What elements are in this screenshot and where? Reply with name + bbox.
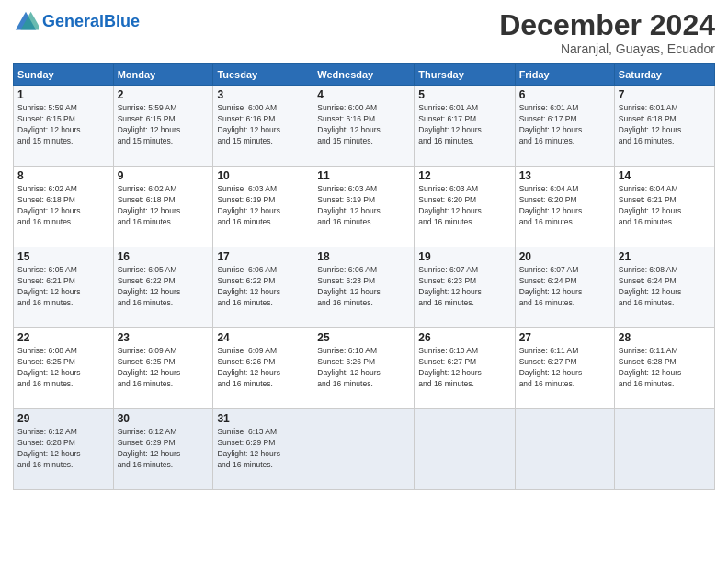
table-row: 12 Sunrise: 6:03 AMSunset: 6:20 PMDaylig… bbox=[415, 167, 515, 247]
day-number: 13 bbox=[519, 169, 610, 182]
day-info: Sunrise: 6:08 AMSunset: 6:24 PMDaylight:… bbox=[619, 265, 711, 309]
calendar-header-row: Sunday Monday Tuesday Wednesday Thursday… bbox=[14, 64, 715, 86]
table-row bbox=[415, 409, 515, 490]
day-info: Sunrise: 6:10 AMSunset: 6:27 PMDaylight:… bbox=[418, 346, 510, 390]
table-row: 24 Sunrise: 6:09 AMSunset: 6:26 PMDaylig… bbox=[213, 328, 313, 409]
col-thursday: Thursday bbox=[415, 64, 515, 86]
calendar-week-row: 29 Sunrise: 6:12 AMSunset: 6:28 PMDaylig… bbox=[14, 409, 715, 490]
day-info: Sunrise: 6:03 AMSunset: 6:20 PMDaylight:… bbox=[418, 184, 510, 228]
logo-icon bbox=[13, 9, 39, 35]
table-row: 4 Sunrise: 6:00 AMSunset: 6:16 PMDayligh… bbox=[313, 86, 415, 167]
table-row: 19 Sunrise: 6:07 AMSunset: 6:23 PMDaylig… bbox=[415, 247, 515, 328]
table-row: 6 Sunrise: 6:01 AMSunset: 6:17 PMDayligh… bbox=[515, 86, 614, 167]
day-number: 25 bbox=[317, 331, 410, 344]
day-info: Sunrise: 5:59 AMSunset: 6:15 PMDaylight:… bbox=[118, 103, 210, 147]
col-saturday: Saturday bbox=[614, 64, 714, 86]
table-row: 22 Sunrise: 6:08 AMSunset: 6:25 PMDaylig… bbox=[14, 328, 114, 409]
title-block: December 2024 Naranjal, Guayas, Ecuador bbox=[499, 9, 715, 56]
day-number: 10 bbox=[217, 169, 309, 182]
day-number: 11 bbox=[317, 169, 410, 182]
day-number: 20 bbox=[519, 250, 610, 263]
day-info: Sunrise: 6:04 AMSunset: 6:20 PMDaylight:… bbox=[519, 184, 610, 228]
page: GeneralBlue December 2024 Naranjal, Guay… bbox=[0, 0, 728, 563]
day-number: 18 bbox=[317, 250, 410, 263]
day-info: Sunrise: 5:59 AMSunset: 6:15 PMDaylight:… bbox=[17, 103, 109, 147]
day-info: Sunrise: 6:01 AMSunset: 6:17 PMDaylight:… bbox=[418, 103, 510, 147]
day-number: 4 bbox=[317, 88, 410, 101]
day-info: Sunrise: 6:12 AMSunset: 6:29 PMDaylight:… bbox=[118, 427, 210, 471]
day-number: 29 bbox=[17, 412, 109, 425]
month-title: December 2024 bbox=[499, 9, 715, 41]
calendar-week-row: 15 Sunrise: 6:05 AMSunset: 6:21 PMDaylig… bbox=[14, 247, 715, 328]
col-tuesday: Tuesday bbox=[213, 64, 313, 86]
day-info: Sunrise: 6:05 AMSunset: 6:21 PMDaylight:… bbox=[17, 265, 109, 309]
day-info: Sunrise: 6:04 AMSunset: 6:21 PMDaylight:… bbox=[619, 184, 711, 228]
day-info: Sunrise: 6:03 AMSunset: 6:19 PMDaylight:… bbox=[317, 184, 410, 228]
table-row: 15 Sunrise: 6:05 AMSunset: 6:21 PMDaylig… bbox=[14, 247, 114, 328]
table-row: 9 Sunrise: 6:02 AMSunset: 6:18 PMDayligh… bbox=[113, 167, 213, 247]
table-row: 16 Sunrise: 6:05 AMSunset: 6:22 PMDaylig… bbox=[113, 247, 213, 328]
day-number: 5 bbox=[418, 88, 510, 101]
table-row: 29 Sunrise: 6:12 AMSunset: 6:28 PMDaylig… bbox=[14, 409, 114, 490]
col-monday: Monday bbox=[113, 64, 213, 86]
table-row: 18 Sunrise: 6:06 AMSunset: 6:23 PMDaylig… bbox=[313, 247, 415, 328]
day-info: Sunrise: 6:02 AMSunset: 6:18 PMDaylight:… bbox=[17, 184, 109, 228]
day-info: Sunrise: 6:05 AMSunset: 6:22 PMDaylight:… bbox=[118, 265, 210, 309]
day-number: 6 bbox=[519, 88, 610, 101]
table-row: 25 Sunrise: 6:10 AMSunset: 6:26 PMDaylig… bbox=[313, 328, 415, 409]
day-info: Sunrise: 6:09 AMSunset: 6:25 PMDaylight:… bbox=[118, 346, 210, 390]
day-info: Sunrise: 6:08 AMSunset: 6:25 PMDaylight:… bbox=[17, 346, 109, 390]
table-row: 5 Sunrise: 6:01 AMSunset: 6:17 PMDayligh… bbox=[415, 86, 515, 167]
table-row bbox=[515, 409, 614, 490]
table-row: 1 Sunrise: 5:59 AMSunset: 6:15 PMDayligh… bbox=[14, 86, 114, 167]
day-number: 24 bbox=[217, 331, 309, 344]
logo-blue: Blue bbox=[104, 12, 140, 30]
day-number: 19 bbox=[418, 250, 510, 263]
day-number: 7 bbox=[619, 88, 711, 101]
location-subtitle: Naranjal, Guayas, Ecuador bbox=[499, 41, 715, 56]
logo-general: General bbox=[42, 12, 104, 30]
day-info: Sunrise: 6:06 AMSunset: 6:23 PMDaylight:… bbox=[317, 265, 410, 309]
day-info: Sunrise: 6:13 AMSunset: 6:29 PMDaylight:… bbox=[217, 427, 309, 471]
table-row: 13 Sunrise: 6:04 AMSunset: 6:20 PMDaylig… bbox=[515, 167, 614, 247]
day-info: Sunrise: 6:09 AMSunset: 6:26 PMDaylight:… bbox=[217, 346, 309, 390]
logo-text: GeneralBlue bbox=[42, 13, 140, 31]
calendar-week-row: 22 Sunrise: 6:08 AMSunset: 6:25 PMDaylig… bbox=[14, 328, 715, 409]
col-friday: Friday bbox=[515, 64, 614, 86]
day-number: 26 bbox=[418, 331, 510, 344]
header: GeneralBlue December 2024 Naranjal, Guay… bbox=[13, 9, 715, 56]
day-number: 23 bbox=[118, 331, 210, 344]
day-number: 22 bbox=[17, 331, 109, 344]
table-row: 27 Sunrise: 6:11 AMSunset: 6:27 PMDaylig… bbox=[515, 328, 614, 409]
day-number: 2 bbox=[118, 88, 210, 101]
day-info: Sunrise: 6:07 AMSunset: 6:24 PMDaylight:… bbox=[519, 265, 610, 309]
table-row: 31 Sunrise: 6:13 AMSunset: 6:29 PMDaylig… bbox=[213, 409, 313, 490]
day-number: 9 bbox=[118, 169, 210, 182]
day-info: Sunrise: 6:01 AMSunset: 6:17 PMDaylight:… bbox=[519, 103, 610, 147]
table-row: 8 Sunrise: 6:02 AMSunset: 6:18 PMDayligh… bbox=[14, 167, 114, 247]
day-info: Sunrise: 6:00 AMSunset: 6:16 PMDaylight:… bbox=[317, 103, 410, 147]
table-row: 20 Sunrise: 6:07 AMSunset: 6:24 PMDaylig… bbox=[515, 247, 614, 328]
day-info: Sunrise: 6:12 AMSunset: 6:28 PMDaylight:… bbox=[17, 427, 109, 471]
day-info: Sunrise: 6:02 AMSunset: 6:18 PMDaylight:… bbox=[118, 184, 210, 228]
day-number: 16 bbox=[118, 250, 210, 263]
day-number: 3 bbox=[217, 88, 309, 101]
day-info: Sunrise: 6:06 AMSunset: 6:22 PMDaylight:… bbox=[217, 265, 309, 309]
table-row: 7 Sunrise: 6:01 AMSunset: 6:18 PMDayligh… bbox=[614, 86, 714, 167]
table-row: 11 Sunrise: 6:03 AMSunset: 6:19 PMDaylig… bbox=[313, 167, 415, 247]
day-info: Sunrise: 6:11 AMSunset: 6:28 PMDaylight:… bbox=[619, 346, 711, 390]
table-row: 26 Sunrise: 6:10 AMSunset: 6:27 PMDaylig… bbox=[415, 328, 515, 409]
table-row bbox=[614, 409, 714, 490]
calendar-week-row: 8 Sunrise: 6:02 AMSunset: 6:18 PMDayligh… bbox=[14, 167, 715, 247]
day-number: 21 bbox=[619, 250, 711, 263]
day-number: 15 bbox=[17, 250, 109, 263]
table-row: 3 Sunrise: 6:00 AMSunset: 6:16 PMDayligh… bbox=[213, 86, 313, 167]
table-row: 23 Sunrise: 6:09 AMSunset: 6:25 PMDaylig… bbox=[113, 328, 213, 409]
calendar-table: Sunday Monday Tuesday Wednesday Thursday… bbox=[13, 63, 715, 490]
day-number: 12 bbox=[418, 169, 510, 182]
day-number: 17 bbox=[217, 250, 309, 263]
table-row: 2 Sunrise: 5:59 AMSunset: 6:15 PMDayligh… bbox=[113, 86, 213, 167]
table-row: 28 Sunrise: 6:11 AMSunset: 6:28 PMDaylig… bbox=[614, 328, 714, 409]
table-row: 14 Sunrise: 6:04 AMSunset: 6:21 PMDaylig… bbox=[614, 167, 714, 247]
col-wednesday: Wednesday bbox=[313, 64, 415, 86]
